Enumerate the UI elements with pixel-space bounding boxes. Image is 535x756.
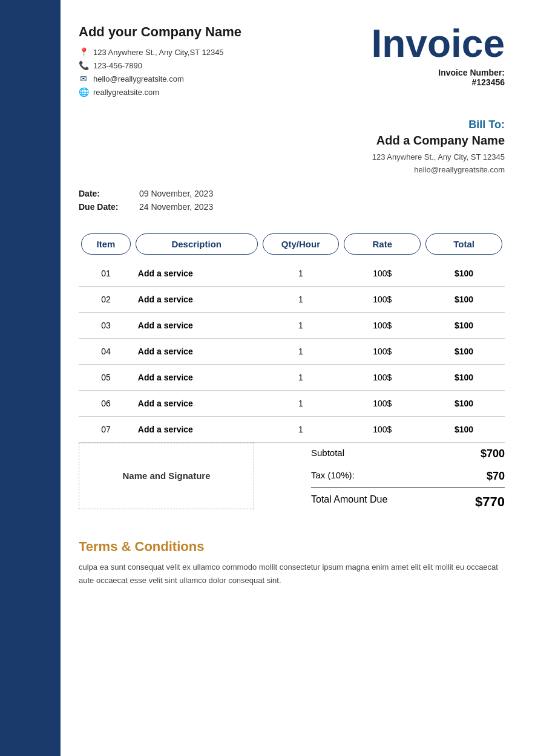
table-row: 02 Add a service 1 100$ $100 [79, 287, 505, 313]
rate-header: Rate [344, 233, 421, 255]
contact-email: ✉ hello@reallygreatsite.com [79, 74, 241, 83]
qty-header: Qty/Hour [263, 233, 340, 255]
table-header: Item Description Qty/Hour Rate Total [79, 233, 505, 261]
company-phone: 123-456-7890 [93, 61, 142, 70]
company-section: Add your Company Name 📍 123 Anywhere St.… [79, 24, 241, 100]
row-description: Add a service [133, 365, 260, 391]
due-date-label: Due Date: [79, 202, 127, 212]
row-qty: 1 [260, 417, 342, 443]
bill-to-email: hello@reallygreatsite.com [79, 164, 505, 177]
subtotal-label: Subtotal [311, 448, 344, 460]
row-item: 04 [79, 339, 133, 365]
contact-address: 📍 123 Anywhere St., Any City,ST 12345 [79, 47, 241, 57]
row-qty: 1 [260, 287, 342, 313]
table-row: 06 Add a service 1 100$ $100 [79, 391, 505, 417]
table-row: 03 Add a service 1 100$ $100 [79, 313, 505, 339]
row-rate: 100$ [341, 261, 423, 287]
invoice-section: Invoice Invoice Number: #123456 [371, 24, 505, 87]
company-name: Add your Company Name [79, 24, 241, 40]
row-rate: 100$ [341, 391, 423, 417]
table-row: 07 Add a service 1 100$ $100 [79, 417, 505, 443]
invoice-number-label: Invoice Number: [371, 68, 505, 77]
subtotal-value: $700 [481, 448, 505, 460]
invoice-title: Invoice [371, 24, 505, 63]
bottom-section: Name and Signature Subtotal $700 Tax (10… [79, 443, 505, 515]
th-description: Description [133, 233, 260, 255]
th-total: Total [423, 233, 505, 255]
table-row: 01 Add a service 1 100$ $100 [79, 261, 505, 287]
dates: Date: 09 November, 2023 Due Date: 24 Nov… [79, 189, 213, 215]
row-qty: 1 [260, 313, 342, 339]
table-body: 01 Add a service 1 100$ $100 02 Add a se… [79, 261, 505, 443]
total-row: Total Amount Due $770 [311, 487, 505, 515]
description-header: Description [136, 233, 258, 255]
date-row: Date: 09 November, 2023 [79, 189, 213, 198]
row-total: $100 [423, 313, 505, 339]
row-item: 03 [79, 313, 133, 339]
total-label: Total Amount Due [311, 494, 387, 510]
row-qty: 1 [260, 391, 342, 417]
row-item: 06 [79, 391, 133, 417]
row-item: 07 [79, 417, 133, 443]
phone-icon: 📞 [79, 60, 88, 70]
th-item: Item [79, 233, 133, 255]
due-date-value: 24 November, 2023 [139, 202, 213, 212]
row-description: Add a service [133, 417, 260, 443]
totals-section: Subtotal $700 Tax (10%): $70 Total Amoun… [311, 443, 505, 515]
table-header-row: Item Description Qty/Hour Rate Total [79, 233, 505, 255]
row-item: 02 [79, 287, 133, 313]
row-rate: 100$ [341, 287, 423, 313]
bill-to-section: Bill To: Add a Company Name 123 Anywhere… [79, 119, 505, 177]
row-description: Add a service [133, 287, 260, 313]
table-row: 05 Add a service 1 100$ $100 [79, 365, 505, 391]
company-website: reallygreatsite.com [93, 88, 159, 97]
th-rate: Rate [341, 233, 423, 255]
row-qty: 1 [260, 365, 342, 391]
tax-row: Tax (10%): $70 [311, 465, 505, 487]
contact-website: 🌐 reallygreatsite.com [79, 87, 241, 97]
signature-label: Name and Signature [122, 471, 210, 481]
due-date-row: Due Date: 24 November, 2023 [79, 202, 213, 212]
content: Add your Company Name 📍 123 Anywhere St.… [61, 0, 535, 756]
item-header: Item [81, 233, 131, 255]
row-rate: 100$ [341, 339, 423, 365]
location-icon: 📍 [79, 47, 88, 57]
row-rate: 100$ [341, 365, 423, 391]
row-item: 01 [79, 261, 133, 287]
row-description: Add a service [133, 313, 260, 339]
invoice-number-value: #123456 [371, 77, 505, 87]
invoice-table: Item Description Qty/Hour Rate Total [79, 233, 505, 443]
row-qty: 1 [260, 261, 342, 287]
row-total: $100 [423, 261, 505, 287]
row-description: Add a service [133, 261, 260, 287]
row-total: $100 [423, 339, 505, 365]
bill-to-company: Add a Company Name [79, 134, 505, 148]
website-icon: 🌐 [79, 87, 88, 97]
row-description: Add a service [133, 391, 260, 417]
sidebar [0, 0, 61, 756]
bill-to-label: Bill To: [79, 119, 505, 131]
row-item: 05 [79, 365, 133, 391]
company-address: 123 Anywhere St., Any City,ST 12345 [93, 48, 224, 57]
signature-box: Name and Signature [79, 443, 254, 509]
row-description: Add a service [133, 339, 260, 365]
page-wrapper: Add your Company Name 📍 123 Anywhere St.… [0, 0, 535, 756]
email-icon: ✉ [79, 74, 88, 83]
terms-section: Terms & Conditions culpa ea sunt consequ… [79, 539, 505, 587]
row-total: $100 [423, 417, 505, 443]
row-qty: 1 [260, 339, 342, 365]
tax-label: Tax (10%): [311, 470, 355, 483]
row-total: $100 [423, 391, 505, 417]
row-rate: 100$ [341, 313, 423, 339]
total-value: $770 [475, 494, 505, 510]
bill-to-street: 123 Anywhere St., Any City, ST 12345 [79, 151, 505, 164]
terms-text: culpa ea sunt consequat velit ex ullamco… [79, 561, 505, 587]
header: Add your Company Name 📍 123 Anywhere St.… [79, 24, 505, 100]
row-total: $100 [423, 287, 505, 313]
terms-title: Terms & Conditions [79, 539, 505, 555]
row-total: $100 [423, 365, 505, 391]
company-email: hello@reallygreatsite.com [93, 74, 184, 83]
bill-to-address: 123 Anywhere St., Any City, ST 12345 hel… [79, 151, 505, 177]
date-value: 09 November, 2023 [139, 189, 213, 198]
row-rate: 100$ [341, 417, 423, 443]
